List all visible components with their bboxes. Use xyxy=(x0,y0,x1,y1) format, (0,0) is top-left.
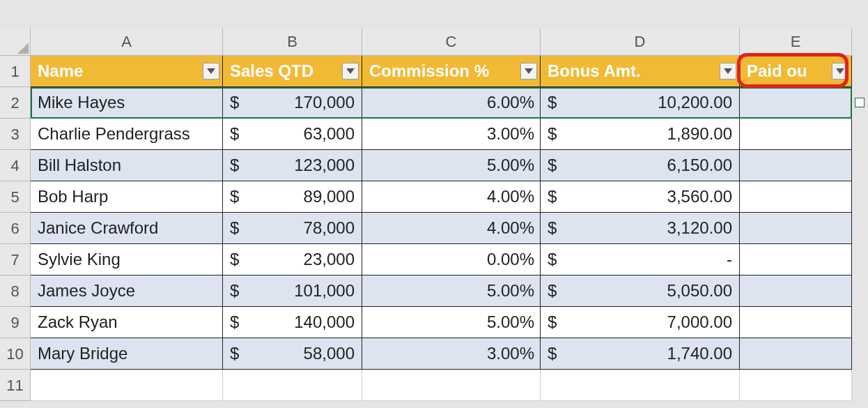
table-row: Sylvie King $ 23,000 0.00% $ - xyxy=(31,244,852,275)
row-header-7[interactable]: 7 xyxy=(0,244,31,275)
header-commission[interactable]: Commission % xyxy=(362,56,541,87)
cell-commission[interactable]: 3.00% xyxy=(362,119,541,150)
cell-name[interactable]: Bob Harp xyxy=(31,181,223,213)
cell-paidout[interactable] xyxy=(740,150,852,181)
cell-name[interactable]: Mike Hayes xyxy=(31,87,223,119)
row-header-5[interactable]: 5 xyxy=(0,181,31,213)
empty-cell[interactable] xyxy=(223,370,362,401)
cell-name[interactable]: Bill Halston xyxy=(31,150,223,181)
cell-commission[interactable]: 4.00% xyxy=(362,213,541,244)
cell-paidout[interactable] xyxy=(740,275,852,307)
table-row: Mike Hayes $ 170,000 6.00% $ 10,200.00 xyxy=(31,87,852,119)
row-header-11[interactable]: 11 xyxy=(0,370,31,401)
column-headers: A B C D E xyxy=(0,28,852,56)
cell-sales[interactable]: $ 123,000 xyxy=(223,150,362,181)
cell-commission[interactable]: 6.00% xyxy=(362,87,541,119)
row-header-1[interactable]: 1 xyxy=(0,56,31,87)
cell-bonus[interactable]: $ 3,560.00 xyxy=(541,181,740,213)
cell-paidout[interactable] xyxy=(740,119,852,150)
column-header-c[interactable]: C xyxy=(362,28,541,56)
cell-commission[interactable]: 4.00% xyxy=(362,181,541,213)
filter-button-name[interactable] xyxy=(203,63,219,80)
row-header-10[interactable]: 10 xyxy=(0,338,31,370)
table-header-row: Name Sales QTD Commission % Bonus Amt. xyxy=(31,56,852,87)
filter-button-commission[interactable] xyxy=(520,63,537,80)
cell-sales[interactable]: $ 78,000 xyxy=(223,213,362,244)
cell-paidout[interactable] xyxy=(740,181,852,213)
cell-sales[interactable]: $ 23,000 xyxy=(223,244,362,275)
cell-commission[interactable]: 3.00% xyxy=(362,338,541,370)
cell-value: 10,200.00 xyxy=(658,87,732,118)
table-row: Mary Bridge $ 58,000 3.00% $ 1,740.00 xyxy=(31,338,852,370)
overflow-indicator xyxy=(855,98,865,107)
table-row: Bob Harp $ 89,000 4.00% $ 3,560.00 xyxy=(31,181,852,213)
cell-paidout[interactable] xyxy=(740,307,852,338)
cell-paidout[interactable] xyxy=(740,338,852,370)
header-bonus[interactable]: Bonus Amt. xyxy=(541,56,740,87)
cell-sales[interactable]: $ 170,000 xyxy=(223,87,362,119)
column-header-d[interactable]: D xyxy=(541,28,740,56)
cell-name[interactable]: Zack Ryan xyxy=(31,307,223,338)
row-header-9[interactable]: 9 xyxy=(0,307,31,338)
cell-bonus[interactable]: $ 6,150.00 xyxy=(541,150,740,181)
table-row: Bill Halston $ 123,000 5.00% $ 6,150.00 xyxy=(31,150,852,181)
cell-commission[interactable]: 5.00% xyxy=(362,150,541,181)
cell-name[interactable]: Mary Bridge xyxy=(31,338,223,370)
cell-name[interactable]: James Joyce xyxy=(31,275,223,307)
cell-bonus[interactable]: $ - xyxy=(541,244,740,275)
column-header-b[interactable]: B xyxy=(223,28,362,56)
header-paidout[interactable]: Paid ou xyxy=(740,56,852,87)
chevron-down-icon xyxy=(525,68,533,74)
cell-bonus[interactable]: $ 1,740.00 xyxy=(541,338,740,370)
cell-sales[interactable]: $ 63,000 xyxy=(223,119,362,150)
empty-cell[interactable] xyxy=(740,370,852,401)
cell-paidout[interactable] xyxy=(740,213,852,244)
row-header-8[interactable]: 8 xyxy=(0,275,31,307)
cell-sales[interactable]: $ 140,000 xyxy=(223,307,362,338)
select-all-triangle[interactable] xyxy=(0,28,31,56)
cell-sales[interactable]: $ 101,000 xyxy=(223,275,362,307)
cell-sales[interactable]: $ 89,000 xyxy=(223,181,362,213)
cell-name[interactable]: Charlie Pendergrass xyxy=(31,119,223,150)
header-sales-label: Sales QTD xyxy=(230,61,313,80)
cell-bonus[interactable]: $ 10,200.00 xyxy=(541,87,740,119)
empty-cell[interactable] xyxy=(362,370,541,401)
row-header-3[interactable]: 3 xyxy=(0,119,31,150)
column-header-e[interactable]: E xyxy=(740,28,852,56)
cell-bonus[interactable]: $ 3,120.00 xyxy=(541,213,740,244)
row-header-4[interactable]: 4 xyxy=(0,150,31,181)
cell-bonus[interactable]: $ 7,000.00 xyxy=(541,307,740,338)
cell-name[interactable]: Janice Crawford xyxy=(31,213,223,244)
grid-body: Name Sales QTD Commission % Bonus Amt. xyxy=(31,56,852,401)
cell-sales[interactable]: $ 58,000 xyxy=(223,338,362,370)
cell-paidout[interactable] xyxy=(740,87,852,119)
chevron-down-icon xyxy=(836,68,844,74)
cell-name[interactable]: Sylvie King xyxy=(31,244,223,275)
filter-button-bonus[interactable] xyxy=(720,63,736,80)
empty-cell[interactable] xyxy=(541,370,740,401)
row-headers: 1 2 3 4 5 6 7 8 9 10 11 xyxy=(0,56,31,401)
row-header-6[interactable]: 6 xyxy=(0,213,31,244)
header-paidout-label: Paid ou xyxy=(747,61,807,80)
header-commission-label: Commission % xyxy=(369,61,489,80)
header-name[interactable]: Name xyxy=(31,56,223,87)
cell-bonus[interactable]: $ 1,890.00 xyxy=(541,119,740,150)
cell-commission[interactable]: 0.00% xyxy=(362,244,541,275)
header-name-label: Name xyxy=(38,61,83,80)
cell-bonus[interactable]: $ 5,050.00 xyxy=(541,275,740,307)
column-header-a[interactable]: A xyxy=(31,28,223,56)
filter-button-paidout[interactable] xyxy=(832,63,848,80)
table-row: Zack Ryan $ 140,000 5.00% $ 7,000.00 xyxy=(31,307,852,338)
chevron-down-icon xyxy=(346,68,355,74)
table-row: James Joyce $ 101,000 5.00% $ 5,050.00 xyxy=(31,275,852,307)
row-header-2[interactable]: 2 xyxy=(0,87,31,119)
filter-button-sales[interactable] xyxy=(342,63,359,80)
header-sales[interactable]: Sales QTD xyxy=(223,56,362,87)
empty-cell[interactable] xyxy=(31,370,223,401)
cell-commission[interactable]: 5.00% xyxy=(362,307,541,338)
svg-marker-4 xyxy=(724,68,732,74)
svg-marker-3 xyxy=(525,68,533,74)
cell-paidout[interactable] xyxy=(740,244,852,275)
currency-symbol: $ xyxy=(230,87,239,118)
cell-commission[interactable]: 5.00% xyxy=(362,275,541,307)
